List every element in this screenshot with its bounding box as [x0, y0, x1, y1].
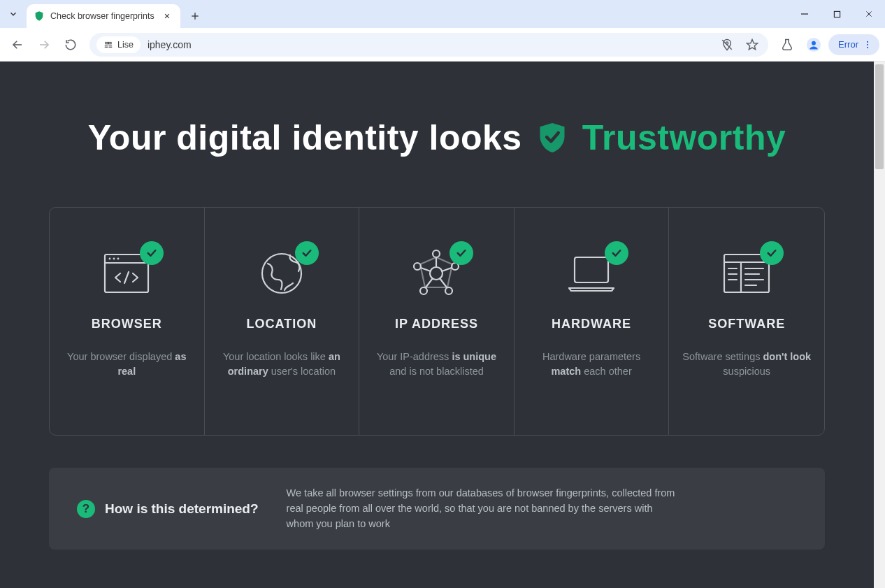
svg-marker-18: [747, 39, 758, 49]
svg-point-24: [867, 47, 868, 48]
svg-rect-10: [106, 42, 108, 43]
card-title: IP ADDRESS: [395, 317, 478, 331]
card-browser[interactable]: BROWSER Your browser displayed as real: [50, 208, 205, 435]
cards-grid: BROWSER Your browser displayed as real: [49, 207, 825, 436]
profile-chip[interactable]: Lise: [96, 36, 141, 53]
shield-icon: [34, 10, 45, 22]
svg-rect-43: [575, 257, 608, 282]
maximize-button[interactable]: [821, 0, 853, 28]
account-icon[interactable]: [802, 33, 826, 57]
tab-search-button[interactable]: [0, 0, 27, 28]
card-title: HARDWARE: [552, 317, 631, 331]
svg-point-21: [812, 41, 816, 45]
tabstrip: Check browser fingerprints: [27, 0, 206, 28]
toolbar: Lise iphey.com Error: [0, 28, 885, 62]
profile-chip-label: Lise: [117, 40, 134, 50]
reload-button[interactable]: [59, 33, 82, 57]
svg-point-37: [445, 287, 452, 294]
hero-status: Trustworthy: [582, 117, 786, 158]
svg-point-23: [867, 43, 868, 45]
shield-check-icon: [538, 122, 567, 154]
minimize-button[interactable]: [789, 0, 821, 28]
titlebar: Check browser fingerprints: [0, 0, 885, 28]
error-label: Error: [838, 39, 858, 50]
svg-rect-5: [834, 11, 840, 17]
page-content: Your digital identity looks Trustworthy: [0, 62, 874, 588]
question-icon: ?: [77, 500, 95, 518]
url-text: iphey.com: [148, 39, 192, 50]
hero: Your digital identity looks Trustworthy: [49, 62, 825, 207]
info-answer: We take all browser settings from our da…: [287, 486, 678, 531]
svg-line-42: [440, 278, 447, 287]
card-text: Your location looks like an ordinary use…: [217, 350, 347, 379]
hero-prefix: Your digital identity looks: [88, 117, 522, 158]
check-icon: [605, 241, 628, 265]
card-text: Software settings don't look suspicious: [682, 350, 812, 379]
svg-line-39: [421, 268, 431, 271]
svg-point-27: [109, 258, 111, 260]
svg-point-22: [867, 41, 868, 42]
card-text: Your IP-address is unique and is not bla…: [372, 350, 501, 379]
svg-line-40: [442, 268, 452, 271]
forward-button[interactable]: [32, 33, 56, 57]
card-title: SOFTWARE: [708, 317, 785, 331]
svg-rect-11: [109, 42, 112, 43]
svg-point-29: [117, 258, 120, 260]
check-icon: [140, 241, 164, 265]
svg-point-33: [433, 250, 440, 257]
svg-point-28: [113, 258, 115, 260]
card-title: LOCATION: [247, 317, 317, 331]
check-icon: [295, 241, 319, 265]
card-title: BROWSER: [92, 317, 162, 331]
card-location[interactable]: LOCATION Your location looks like an ord…: [205, 208, 360, 435]
bookmark-icon[interactable]: [743, 36, 761, 54]
error-pill[interactable]: Error: [828, 34, 879, 55]
close-window-button[interactable]: [853, 0, 885, 28]
card-ip[interactable]: IP ADDRESS Your IP-address is unique and…: [359, 208, 515, 435]
svg-point-36: [420, 287, 427, 294]
tab-title: Check browser fingerprints: [50, 11, 155, 21]
viewport: Your digital identity looks Trustworthy: [0, 62, 885, 588]
scroll-thumb[interactable]: [875, 64, 884, 169]
card-software[interactable]: SOFTWARE Software settings don't look su…: [669, 208, 824, 435]
info-bar: ? How is this determined? We take all br…: [49, 468, 825, 550]
check-icon: [449, 241, 473, 265]
location-off-icon[interactable]: [718, 36, 736, 54]
vertical-scrollbar[interactable]: [874, 62, 885, 588]
new-tab-button[interactable]: [185, 6, 206, 27]
card-text: Hardware parameters match each other: [527, 350, 656, 379]
back-button[interactable]: [6, 33, 29, 57]
card-text: Your browser displayed as real: [62, 350, 192, 379]
svg-line-30: [124, 272, 129, 283]
window-controls: [789, 0, 885, 28]
address-bar[interactable]: Lise iphey.com: [89, 33, 768, 57]
close-icon[interactable]: [161, 10, 173, 22]
svg-point-32: [430, 267, 442, 280]
card-hardware[interactable]: HARDWARE Hardware parameters match each …: [515, 208, 670, 435]
browser-tab[interactable]: Check browser fingerprints: [27, 4, 180, 28]
info-question: How is this determined?: [105, 501, 259, 517]
labs-icon[interactable]: [775, 33, 799, 57]
svg-line-41: [426, 278, 433, 287]
check-icon: [760, 241, 784, 265]
